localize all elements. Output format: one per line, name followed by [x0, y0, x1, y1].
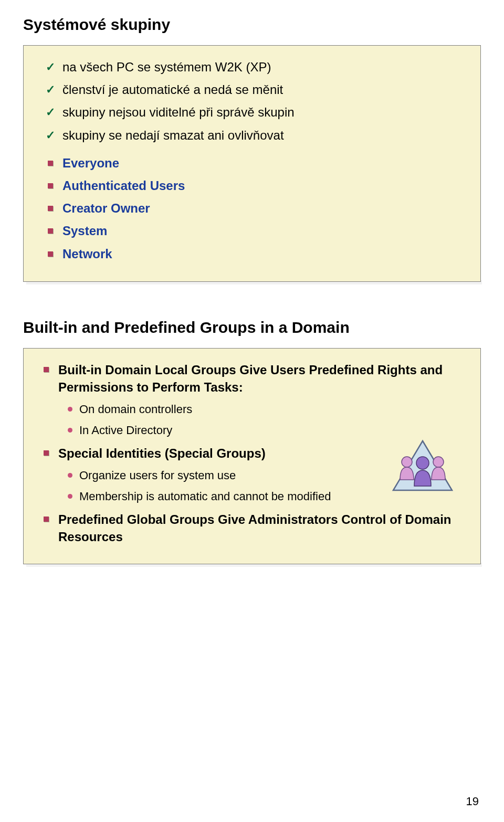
item-label: Built-in Domain Local Groups Give Users … [58, 363, 443, 395]
svg-point-3 [416, 457, 429, 469]
dot-list: On domain controllers In Active Director… [64, 401, 466, 439]
item-label: Special Identities (Special Groups) [58, 446, 266, 460]
dot-item: In Active Directory [64, 421, 466, 439]
square-item: Everyone [38, 153, 466, 173]
square-item: Built-in Domain Local Groups Give Users … [38, 361, 466, 439]
check-item: skupiny se nedají smazat ani ovlivňovat [38, 125, 466, 145]
check-item: členství je automatické a nedá se měnit [38, 80, 466, 99]
check-item: na všech PC se systémem W2K (XP) [38, 57, 466, 77]
slide2-title: Built-in and Predefined Groups in a Doma… [23, 319, 483, 336]
square-item: System [38, 221, 466, 240]
page-number: 19 [466, 795, 479, 808]
slide1-square-list: Everyone Authenticated Users Creator Own… [38, 153, 466, 264]
slide1-check-list: na všech PC se systémem W2K (XP) členstv… [38, 57, 466, 145]
group-people-icon [391, 438, 454, 496]
svg-point-2 [433, 457, 444, 467]
svg-point-1 [402, 457, 412, 467]
slide2-panel: Built-in Domain Local Groups Give Users … [23, 348, 481, 564]
square-item: Creator Owner [38, 198, 466, 218]
square-item: Predefined Global Groups Give Administra… [38, 511, 466, 546]
slide1-title: Systémové skupiny [23, 16, 483, 34]
dot-item: On domain controllers [64, 401, 466, 418]
square-item: Network [38, 244, 466, 264]
item-label: Predefined Global Groups Give Administra… [58, 512, 452, 544]
square-item: Authenticated Users [38, 176, 466, 195]
slide1-panel: na všech PC se systémem W2K (XP) členstv… [23, 45, 481, 282]
check-item: skupiny nejsou viditelné při správě skup… [38, 102, 466, 122]
